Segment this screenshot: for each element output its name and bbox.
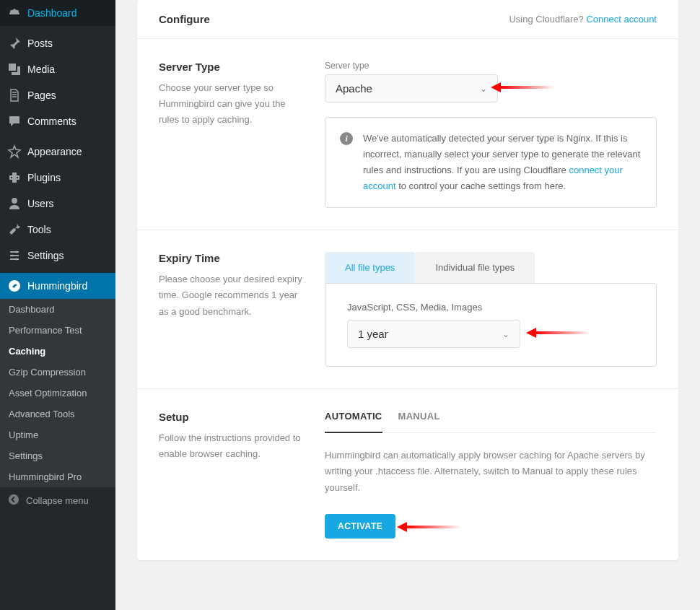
menu-label: Pages xyxy=(27,90,56,101)
menu-label: Dashboard xyxy=(27,7,77,19)
collapse-icon xyxy=(7,493,20,508)
pages-icon xyxy=(7,88,22,103)
svg-point-4 xyxy=(9,494,19,505)
submenu-dashboard[interactable]: Dashboard xyxy=(0,299,115,320)
annotation-arrow xyxy=(397,522,461,532)
settings-icon xyxy=(7,248,22,263)
expiry-select[interactable]: 1 year ⌄ xyxy=(347,320,520,348)
submenu-performance[interactable]: Performance Test xyxy=(0,320,115,341)
submenu-pro[interactable]: Hummingbird Pro xyxy=(0,466,115,487)
comments-icon xyxy=(7,114,22,128)
server-type-section: Server Type Choose your server type so H… xyxy=(137,39,678,230)
menu-label: Comments xyxy=(27,116,76,127)
server-type-field-label: Server type xyxy=(325,61,657,71)
server-type-selected: Apache xyxy=(336,82,372,95)
submenu-advanced[interactable]: Advanced Tools xyxy=(0,404,115,424)
cloudflare-connect-link[interactable]: Connect account xyxy=(586,14,657,25)
plugins-icon xyxy=(7,170,22,185)
subtab-automatic[interactable]: AUTOMATIC xyxy=(325,411,382,433)
expiry-tabs: All file types Individual file types xyxy=(325,252,657,283)
notice-text: We've automatically detected your server… xyxy=(363,131,642,194)
submenu-uptime[interactable]: Uptime xyxy=(0,424,115,445)
tab-individual-file-types[interactable]: Individual file types xyxy=(415,252,535,283)
pin-icon xyxy=(7,36,22,51)
dashboard-icon xyxy=(7,6,22,20)
server-type-title: Server Type xyxy=(159,61,303,73)
appearance-icon xyxy=(7,144,22,159)
submenu-caching[interactable]: Caching xyxy=(0,341,115,362)
menu-label: Media xyxy=(27,64,55,75)
menu-label: Posts xyxy=(27,38,53,49)
menu-label: Tools xyxy=(27,224,51,235)
setup-subtabs: AUTOMATIC MANUAL xyxy=(325,411,657,433)
server-detect-notice: i We've automatically detected your serv… xyxy=(325,117,657,208)
chevron-down-icon: ⌄ xyxy=(480,84,487,94)
menu-label: Users xyxy=(27,198,54,209)
menu-label: Settings xyxy=(27,250,64,261)
info-icon: i xyxy=(340,132,353,145)
media-icon xyxy=(7,62,22,77)
menu-label: Appearance xyxy=(27,146,82,157)
menu-settings[interactable]: Settings xyxy=(0,243,115,269)
users-icon xyxy=(7,196,22,211)
server-type-desc: Choose your server type so Hummingbird c… xyxy=(159,80,303,128)
menu-hummingbird[interactable]: Hummingbird xyxy=(0,273,115,299)
activate-button[interactable]: ACTIVATE xyxy=(325,514,395,539)
menu-users[interactable]: Users xyxy=(0,191,115,217)
main-content: Configure Using Cloudflare? Connect acco… xyxy=(115,0,700,610)
card-title: Configure xyxy=(159,13,210,25)
svg-point-1 xyxy=(12,255,14,257)
menu-comments[interactable]: Comments xyxy=(0,108,115,134)
setup-title: Setup xyxy=(159,411,303,423)
expiry-section: Expiry Time Please choose your desired e… xyxy=(137,230,678,389)
menu-pages[interactable]: Pages xyxy=(0,82,115,108)
menu-label: Hummingbird xyxy=(27,280,87,292)
svg-point-2 xyxy=(16,258,18,261)
tools-icon xyxy=(7,222,22,237)
menu-tools[interactable]: Tools xyxy=(0,217,115,243)
submenu-asset-opt[interactable]: Asset Optimization xyxy=(0,383,115,404)
menu-media[interactable]: Media xyxy=(0,56,115,82)
collapse-menu[interactable]: Collapse menu xyxy=(0,487,115,514)
menu-appearance[interactable]: Appearance xyxy=(0,139,115,165)
subtab-manual[interactable]: MANUAL xyxy=(398,411,440,432)
expiry-desc: Please choose your desired expiry time. … xyxy=(159,271,303,319)
admin-sidebar: Dashboard Posts Media Pages Comments App… xyxy=(0,0,115,610)
annotation-arrow xyxy=(526,328,590,338)
setup-desc: Follow the instructions provided to enab… xyxy=(159,430,303,462)
setup-section: Setup Follow the instructions provided t… xyxy=(137,389,678,559)
menu-plugins[interactable]: Plugins xyxy=(0,165,115,191)
menu-posts[interactable]: Posts xyxy=(0,30,115,56)
submenu-gzip[interactable]: Gzip Compression xyxy=(0,362,115,383)
card-header: Configure Using Cloudflare? Connect acco… xyxy=(137,0,678,39)
cloudflare-prompt: Using Cloudflare? Connect account xyxy=(509,14,657,25)
menu-dashboard[interactable]: Dashboard xyxy=(0,0,115,26)
annotation-arrow xyxy=(491,82,555,92)
tab-all-file-types[interactable]: All file types xyxy=(325,252,415,283)
submenu-settings[interactable]: Settings xyxy=(0,445,115,466)
collapse-label: Collapse menu xyxy=(26,495,89,506)
setup-body: Hummingbird can automatically apply brow… xyxy=(325,448,657,495)
expiry-selected: 1 year xyxy=(358,328,388,340)
hummingbird-submenu: Dashboard Performance Test Caching Gzip … xyxy=(0,299,115,487)
expiry-tab-content: JavaScript, CSS, Media, Images 1 year ⌄ xyxy=(325,283,657,367)
server-type-select[interactable]: Apache ⌄ xyxy=(325,74,498,103)
menu-label: Plugins xyxy=(27,172,61,183)
expiry-title: Expiry Time xyxy=(159,252,303,264)
expiry-field-label: JavaScript, CSS, Media, Images xyxy=(347,302,634,313)
hummingbird-icon xyxy=(7,279,22,293)
svg-point-0 xyxy=(16,251,18,253)
chevron-down-icon: ⌄ xyxy=(502,329,509,339)
